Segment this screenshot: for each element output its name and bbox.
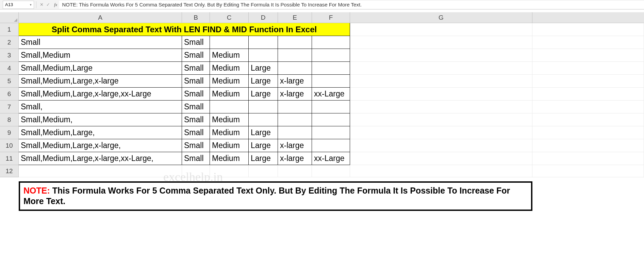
cell[interactable]: Large xyxy=(249,126,278,139)
cell[interactable] xyxy=(532,49,644,62)
cell[interactable]: Small,Medium,Large,x-large xyxy=(19,75,182,88)
cell[interactable] xyxy=(249,36,278,49)
row-header-4[interactable]: 4 xyxy=(0,62,19,75)
cell[interactable]: Small,Medium,Large, xyxy=(19,126,182,139)
cell[interactable] xyxy=(350,23,532,36)
cell[interactable] xyxy=(312,139,350,152)
cell[interactable] xyxy=(312,62,350,75)
row-header-12[interactable]: 12 xyxy=(0,165,19,177)
row-header-2[interactable]: 2 xyxy=(0,36,19,49)
fx-icon[interactable]: fx xyxy=(54,2,57,7)
cell[interactable]: Small xyxy=(182,75,210,88)
cell[interactable]: Small,Medium xyxy=(19,49,182,62)
cell[interactable]: Small xyxy=(182,36,210,49)
cell[interactable]: Small xyxy=(182,88,210,101)
cell[interactable] xyxy=(350,75,532,88)
cell[interactable] xyxy=(350,139,532,152)
cell[interactable] xyxy=(350,126,532,139)
cell[interactable] xyxy=(350,152,532,165)
cell[interactable] xyxy=(350,62,532,75)
cell[interactable]: Small,Medium,Large,x-large,xx-Large, xyxy=(19,152,182,165)
cell[interactable] xyxy=(532,126,644,139)
cell[interactable] xyxy=(312,101,350,113)
cell[interactable] xyxy=(278,62,312,75)
cell[interactable] xyxy=(350,113,532,126)
cell[interactable]: Large xyxy=(249,152,278,165)
cell[interactable] xyxy=(350,101,532,113)
cell[interactable]: xx-Large xyxy=(312,152,350,165)
cell[interactable] xyxy=(210,101,249,113)
cell[interactable] xyxy=(249,101,278,113)
col-header-E[interactable]: E xyxy=(278,12,312,23)
cell[interactable] xyxy=(312,165,350,177)
cell[interactable] xyxy=(532,101,644,113)
cell[interactable] xyxy=(532,113,644,126)
name-box-dropdown-icon[interactable]: ▾ xyxy=(30,3,32,6)
cell[interactable]: x-large xyxy=(278,75,312,88)
cell[interactable]: Large xyxy=(249,75,278,88)
cancel-icon[interactable]: ✕ xyxy=(40,2,44,7)
cell[interactable] xyxy=(278,126,312,139)
cell[interactable]: Small xyxy=(19,36,182,49)
cell[interactable] xyxy=(312,113,350,126)
col-header-F[interactable]: F xyxy=(312,12,350,23)
cell[interactable] xyxy=(312,36,350,49)
row-header-11[interactable]: 11 xyxy=(0,152,19,165)
col-header-D[interactable]: D xyxy=(249,12,278,23)
cell[interactable] xyxy=(278,49,312,62)
cell[interactable] xyxy=(312,126,350,139)
cell[interactable]: x-large xyxy=(278,139,312,152)
row-header-1[interactable]: 1 xyxy=(0,23,19,36)
note-box[interactable]: NOTE: This Formula Works For 5 Comma Sep… xyxy=(19,181,532,211)
cell[interactable]: Medium xyxy=(210,126,249,139)
cell[interactable]: Medium xyxy=(210,152,249,165)
cell[interactable] xyxy=(312,49,350,62)
row-header-6[interactable]: 6 xyxy=(0,88,19,101)
cell[interactable]: Medium xyxy=(210,62,249,75)
cell[interactable] xyxy=(532,88,644,101)
cell[interactable] xyxy=(210,36,249,49)
cell[interactable]: Small xyxy=(182,139,210,152)
cell[interactable] xyxy=(532,152,644,165)
cell[interactable]: Small xyxy=(182,152,210,165)
cell[interactable] xyxy=(532,62,644,75)
row-header-3[interactable]: 3 xyxy=(0,49,19,62)
cell[interactable] xyxy=(350,49,532,62)
cell[interactable] xyxy=(249,165,278,177)
name-box[interactable]: A13 ▾ xyxy=(3,1,34,9)
cell[interactable] xyxy=(278,113,312,126)
cell[interactable] xyxy=(532,139,644,152)
cell[interactable]: Small,Medium,Large xyxy=(19,62,182,75)
cell[interactable]: Small,Medium,Large,x-large, xyxy=(19,139,182,152)
cell[interactable] xyxy=(350,36,532,49)
cell[interactable] xyxy=(19,165,182,177)
row-header-10[interactable]: 10 xyxy=(0,139,19,152)
cell[interactable] xyxy=(312,75,350,88)
cell[interactable] xyxy=(278,101,312,113)
cell[interactable]: Small,Medium, xyxy=(19,113,182,126)
row-header-5[interactable]: 5 xyxy=(0,75,19,88)
col-header-G[interactable]: G xyxy=(350,12,532,23)
cell[interactable]: Small xyxy=(182,126,210,139)
col-header-rest[interactable] xyxy=(532,12,644,23)
cell[interactable] xyxy=(350,165,532,177)
select-all-corner[interactable] xyxy=(0,12,19,23)
row-header-9[interactable]: 9 xyxy=(0,126,19,139)
cell[interactable]: Small,Medium,Large,x-large,xx-Large xyxy=(19,88,182,101)
cell[interactable] xyxy=(249,113,278,126)
cell[interactable] xyxy=(278,36,312,49)
cell[interactable] xyxy=(350,88,532,101)
cell[interactable] xyxy=(532,36,644,49)
cell[interactable]: Large xyxy=(249,62,278,75)
title-cell[interactable]: Split Comma Separated Text With LEN FIND… xyxy=(19,23,350,36)
cell[interactable] xyxy=(210,165,249,177)
cell[interactable]: Small xyxy=(182,101,210,113)
cell[interactable] xyxy=(532,23,644,36)
cell[interactable]: Medium xyxy=(210,88,249,101)
row-header-8[interactable]: 8 xyxy=(0,113,19,126)
cell[interactable] xyxy=(249,49,278,62)
cell[interactable]: Small, xyxy=(19,101,182,113)
col-header-B[interactable]: B xyxy=(182,12,210,23)
cell[interactable] xyxy=(278,165,312,177)
cell[interactable]: Medium xyxy=(210,113,249,126)
